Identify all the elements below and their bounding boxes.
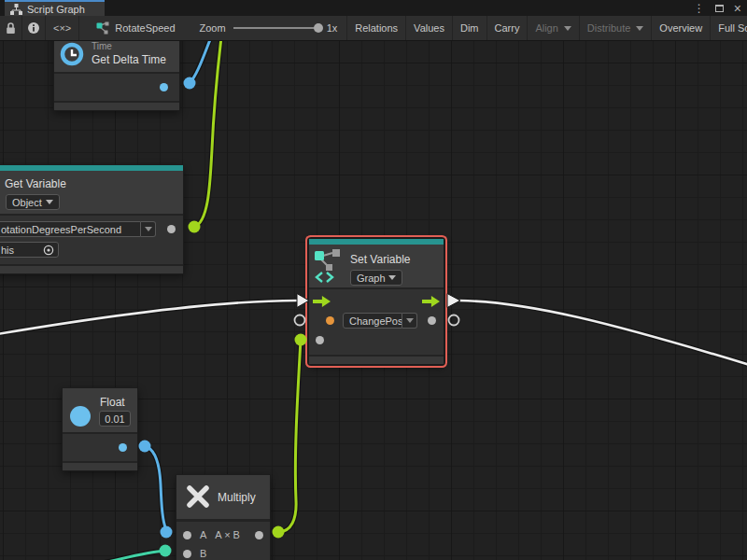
port-a-label: A [200,529,206,540]
chevron-down-icon [636,26,643,31]
node-footer [54,101,179,110]
toolbar-button-fullscreen[interactable]: Full Screen [711,16,747,40]
toolbar-button-align[interactable]: Align [528,16,579,40]
chevron-down-icon [388,275,396,280]
port-float-output[interactable] [119,443,127,452]
port-hint-circle-left [295,315,305,326]
node-title: Get Delta Time [92,53,166,66]
zoom-slider-handle[interactable] [314,23,323,33]
node-float-literal[interactable]: Float 0.01 [62,387,138,471]
wire-endpoint-setvar-in[interactable] [295,334,307,346]
variable-name-dropdown-button[interactable] [402,313,417,329]
port-b-input[interactable] [183,550,191,558]
port-result-label: A × B [215,529,240,540]
port-variable-name[interactable] [326,316,334,325]
node-footer [309,355,444,364]
code-icon: <×> [53,22,71,34]
node-title: Get Variable [5,177,66,190]
port-value-output[interactable] [428,316,436,325]
info-icon [27,21,40,35]
wire-endpoint-getvar[interactable] [189,221,201,233]
toolbar-button-distribute[interactable]: Distribute [580,16,652,40]
variable-name-dropdown[interactable]: ChangePos [343,313,402,329]
port-flow-input[interactable] [313,295,331,308]
chevron-down-icon [564,26,571,31]
wire-flow-out-arrowhead [447,294,460,308]
wire-delta-outline [190,41,211,83]
float-icon [70,406,91,427]
node-title: Set Variable [350,253,410,266]
variable-scope-dropdown[interactable]: Object [6,194,60,210]
wire-delta[interactable] [190,41,211,83]
variable-scope-dropdown[interactable]: Graph [350,270,402,286]
variable-name-dropdown-button[interactable] [141,221,156,237]
chevron-down-icon [145,227,152,231]
node-footer [0,264,183,273]
wire-flow-in-arrowhead [297,294,309,308]
port-hint-circle-right [449,315,459,326]
node-category: Time [92,41,112,51]
node-get-delta-time[interactable]: Time Get Delta Time [53,41,180,111]
graph-asset-icon [96,21,109,35]
wire-endpoint-multiply-out[interactable] [273,526,285,539]
wire-multiply-setvar[interactable] [278,340,301,532]
graph-canvas[interactable]: Time Get Delta Time Get Variable Object … [0,41,747,560]
zoom-label: Zoom [200,22,226,34]
variables-icon [314,248,344,284]
node-get-variable[interactable]: Get Variable Object otationDegreesPerSec… [0,164,184,274]
zoom-slider[interactable] [233,27,319,29]
wire-float-multiply[interactable] [145,446,166,530]
port-delta-output[interactable] [160,83,168,91]
port-flow-output[interactable] [422,295,440,308]
node-multiply[interactable]: Multiply A A × B B [176,474,271,560]
wire-flow-in[interactable] [0,301,297,334]
wire-multiply-b-outline [90,551,165,560]
target-object-field[interactable]: his [0,242,59,258]
float-value-field[interactable]: 0.01 [99,411,131,427]
port-value-input[interactable] [316,336,324,344]
tab-title: Script Graph [27,4,85,15]
lock-icon [5,21,17,35]
toolbar-button-carry[interactable]: Carry [487,16,529,40]
wire-endpoint-float-out[interactable] [139,441,151,453]
wire-endpoint-delta[interactable] [184,77,196,90]
chevron-down-icon [46,200,53,204]
node-title: Float [100,396,125,409]
port-result-output[interactable] [255,531,263,539]
graph-toolbar: <×> RotateSpeed Zoom 1x Relations Values… [0,16,747,41]
edit-graph-button[interactable]: <×> [46,16,79,40]
port-a-input[interactable] [183,531,191,539]
toolbar-button-overview[interactable]: Overview [652,16,711,40]
wire-multiply-setvar-outline [278,340,301,532]
wire-multiply-b[interactable] [90,551,165,560]
wire-getvar[interactable] [194,41,221,227]
lock-button[interactable] [0,16,22,40]
object-picker-icon [43,245,54,256]
node-footer [63,461,137,470]
window-menu-icon[interactable]: ⋮ [694,2,705,15]
node-set-variable-selected[interactable]: Set Variable Graph ChangePos [309,239,444,364]
wire-getvar-outline [194,41,221,227]
toolbar-button-values[interactable]: Values [406,16,453,40]
time-icon [60,42,84,66]
wire-flow-out[interactable] [459,301,747,365]
toolbar-button-dim[interactable]: Dim [453,16,487,40]
chevron-down-icon [406,318,414,323]
toolbar-button-relations[interactable]: Relations [347,16,406,40]
graph-breadcrumb[interactable]: RotateSpeed [79,16,182,40]
multiply-icon [184,483,212,511]
inspect-button[interactable] [22,16,46,40]
variable-name-dropdown[interactable]: otationDegreesPerSecond [0,221,141,237]
wire-flow-out-outline [459,301,747,365]
wire-endpoint-multiply-a[interactable] [161,526,173,539]
wire-endpoint-multiply-b[interactable] [160,545,172,557]
tab-bar: Script Graph ⋮ × [0,0,747,16]
port-b-label: B [200,548,206,559]
zoom-value: 1x [327,22,338,34]
node-title: Multiply [218,491,256,504]
window-maximize-icon[interactable] [715,5,724,12]
wire-float-multiply-outline [145,446,166,530]
port-getvar-output[interactable] [167,225,176,233]
tab-script-graph[interactable]: Script Graph [5,0,105,16]
window-close-icon[interactable]: × [734,1,741,16]
